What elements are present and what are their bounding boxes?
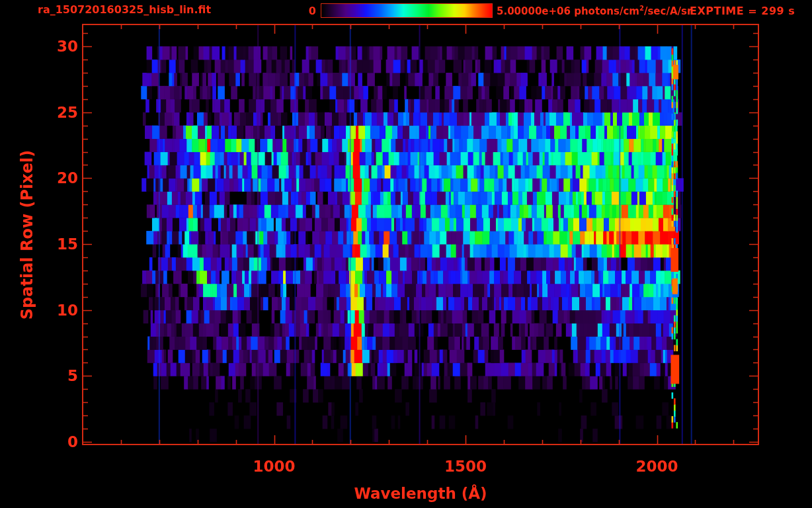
spectrogram-canvas [0,0,812,508]
y-tick-label-20: 20 [15,169,78,187]
y-tick-label-30: 30 [15,37,78,56]
y-tick-label-15: 15 [15,235,78,253]
idl-plot-window: ra_150720160325_hisb_lin.fit 0 5.00000e+… [0,0,812,508]
y-tick-label-5: 5 [15,366,78,385]
y-tick-label-25: 25 [15,103,78,122]
superscript-2: 2 [639,5,644,12]
plot-title: ra_150720160325_hisb_lin.fit [38,3,211,16]
y-tick-label-0: 0 [15,433,78,451]
x-tick-label-1500: 1500 [426,458,505,475]
x-tick-label-1000: 1000 [235,458,314,475]
colorbar-gradient [321,3,493,18]
y-tick-label-10: 10 [15,301,78,319]
x-tick-label-2000: 2000 [618,458,697,475]
x-axis-label: Wavelength (Å) [315,485,526,502]
exptime-label: EXPTIME = 299 s [690,5,795,17]
colorbar-max-label: 5.00000e+06 photons/cm2/sec/A/sr [497,5,692,17]
colorbar-min-label: 0 [290,5,316,17]
